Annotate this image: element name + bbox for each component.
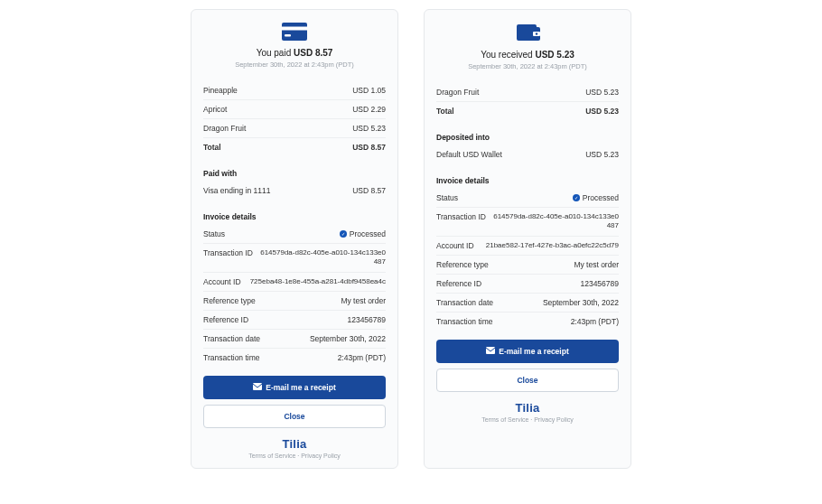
line-item: Dragon FruitUSD 5.23 [436, 83, 619, 102]
line-items: PineappleUSD 1.05 ApricotUSD 2.29 Dragon… [203, 81, 386, 156]
transaction-time-row: Transaction time2:43pm (PDT) [436, 313, 619, 331]
receipt-title: You received USD 5.23 [436, 50, 619, 60]
mail-icon [486, 347, 495, 356]
reference-type-row: Reference typeMy test order [203, 292, 386, 311]
svg-point-6 [536, 33, 537, 34]
line-item: Dragon FruitUSD 5.23 [203, 119, 386, 138]
total-row: TotalUSD 8.57 [203, 138, 386, 156]
section-label: Invoice details [436, 176, 619, 185]
card-footer: Tilia Terms of Service · Privacy Policy [436, 401, 619, 423]
deposit-target-row: Default USD WalletUSD 5.23 [436, 145, 619, 163]
receipt-timestamp: September 30th, 2022 at 2:43pm (PDT) [436, 62, 619, 70]
section-label: Paid with [203, 169, 386, 178]
status-row: Status ✓Processed [203, 225, 386, 244]
close-button[interactable]: Close [203, 405, 386, 428]
receipt-received-card: You received USD 5.23 September 30th, 20… [424, 9, 631, 469]
transaction-id-row: Transaction ID614579da-d82c-405e-a010-13… [203, 244, 386, 273]
receipt-paid-card: You paid USD 8.57 September 30th, 2022 a… [191, 9, 398, 469]
reference-id-row: Reference ID123456789 [436, 275, 619, 294]
line-item: ApricotUSD 2.29 [203, 100, 386, 119]
card-footer: Tilia Terms of Service · Privacy Policy [203, 437, 386, 459]
transaction-date-row: Transaction dateSeptember 30th, 2022 [436, 294, 619, 313]
transaction-time-row: Transaction time2:43pm (PDT) [203, 349, 386, 367]
transaction-id-row: Transaction ID614579da-d82c-405e-a010-13… [436, 208, 619, 237]
paid-with-section: Paid with Visa ending in 1111USD 8.57 [203, 169, 386, 200]
check-icon: ✓ [340, 230, 347, 238]
reference-type-row: Reference typeMy test order [436, 256, 619, 275]
svg-rect-2 [285, 34, 291, 37]
line-items: Dragon FruitUSD 5.23 TotalUSD 5.23 [436, 83, 619, 120]
brand-logo: Tilia [436, 401, 619, 415]
card-header: You paid USD 8.57 September 30th, 2022 a… [203, 23, 386, 69]
receipt-title: You paid USD 8.57 [203, 48, 386, 58]
total-row: TotalUSD 5.23 [436, 102, 619, 120]
wallet-icon [515, 23, 540, 44]
invoice-details-section: Invoice details Status ✓Processed Transa… [203, 212, 386, 367]
card-header: You received USD 5.23 September 30th, 20… [436, 23, 619, 70]
footer-links[interactable]: Terms of Service · Privacy Policy [203, 453, 386, 459]
account-id-row: Account ID21bae582-17ef-427e-b3ac-a0efc2… [436, 237, 619, 256]
close-button[interactable]: Close [436, 369, 619, 392]
mail-icon [253, 383, 262, 392]
payment-method-row: Visa ending in 1111USD 8.57 [203, 182, 386, 200]
deposited-into-section: Deposited into Default USD WalletUSD 5.2… [436, 133, 619, 163]
line-item: PineappleUSD 1.05 [203, 81, 386, 100]
section-label: Deposited into [436, 133, 619, 142]
svg-rect-0 [282, 23, 307, 41]
check-icon: ✓ [573, 194, 580, 201]
reference-id-row: Reference ID123456789 [203, 311, 386, 330]
section-label: Invoice details [203, 212, 386, 221]
svg-rect-4 [253, 383, 262, 390]
receipt-timestamp: September 30th, 2022 at 2:43pm (PDT) [203, 61, 386, 69]
footer-links[interactable]: Terms of Service · Privacy Policy [436, 416, 619, 423]
svg-rect-3 [282, 27, 307, 31]
svg-rect-7 [486, 347, 495, 354]
email-receipt-button[interactable]: E-mail me a receipt [203, 376, 386, 399]
status-row: Status ✓Processed [436, 189, 619, 208]
brand-logo: Tilia [203, 437, 386, 451]
email-receipt-button[interactable]: E-mail me a receipt [436, 340, 619, 363]
transaction-date-row: Transaction dateSeptember 30th, 2022 [203, 330, 386, 349]
credit-card-icon [282, 23, 307, 42]
account-id-row: Account ID725eba48-1e8e-455a-a281-4dbf94… [203, 273, 386, 292]
invoice-details-section: Invoice details Status ✓Processed Transa… [436, 176, 619, 331]
